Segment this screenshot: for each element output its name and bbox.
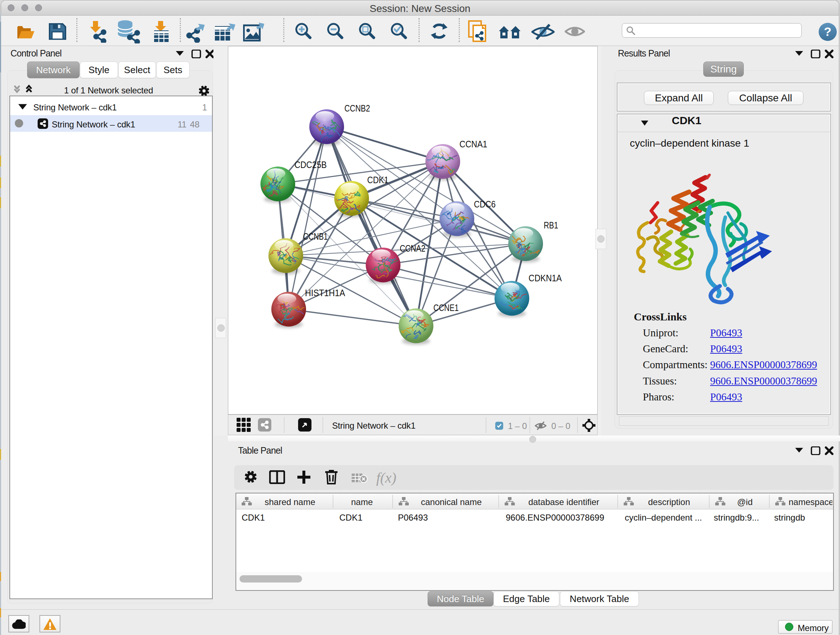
svg-text:HIST1H1A: HIST1H1A <box>305 287 346 298</box>
svg-text:CCNB2: CCNB2 <box>344 103 370 114</box>
svg-text:CCNA1: CCNA1 <box>459 139 487 149</box>
svg-text:CCNE1: CCNE1 <box>433 302 459 313</box>
svg-text:CDC6: CDC6 <box>474 199 496 210</box>
svg-text:CDKN1A: CDKN1A <box>529 272 562 283</box>
svg-text:CDC25B: CDC25B <box>294 159 327 170</box>
svg-text:CCNB1: CCNB1 <box>303 231 328 242</box>
svg-text:RB1: RB1 <box>544 220 558 231</box>
svg-text:CDK1: CDK1 <box>367 174 388 185</box>
svg-text:CCNA2: CCNA2 <box>400 243 425 254</box>
